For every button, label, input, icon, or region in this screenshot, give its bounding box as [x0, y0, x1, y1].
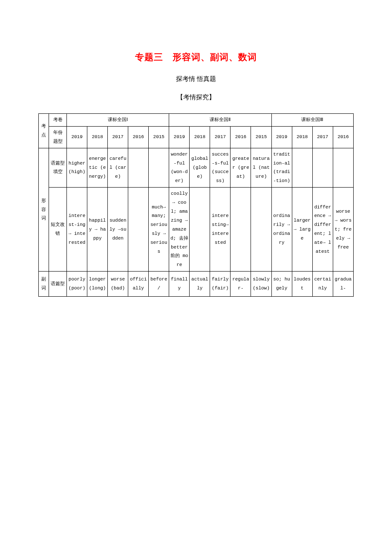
data-cell: happily → happy: [87, 188, 108, 272]
header-row-2: 年份题型 2019 2018 2017 2016 2015 2019 2018 …: [39, 126, 354, 148]
data-cell: officially: [128, 272, 149, 297]
data-cell: so; hugely: [271, 272, 292, 297]
page-title: 专题三 形容词、副词、数词: [38, 51, 354, 63]
data-cell: suddenly →sudden: [108, 188, 128, 272]
data-cell: fairly (fair): [210, 272, 231, 297]
data-cell: coolly → cool; amazing → amazed; 去掉 bett…: [169, 188, 190, 272]
data-cell: gradual-: [333, 272, 353, 297]
year-cell: 2016: [128, 126, 149, 148]
data-cell: [190, 188, 210, 272]
year-cell: 2019: [169, 126, 190, 148]
data-cell: [128, 148, 149, 188]
year-cell: 2016: [333, 126, 353, 148]
year-cell: 2016: [231, 126, 251, 148]
group3-header: 课标全国Ⅲ: [271, 114, 353, 127]
data-cell: difference → different; late→ latest: [312, 188, 333, 272]
fill2-label: 语篇型: [49, 272, 67, 297]
data-cell: much→ many; seriously → serious: [149, 188, 169, 272]
data-cell: regular-: [231, 272, 251, 297]
year-cell: 2018: [87, 126, 108, 148]
kaodian-header: 考点: [39, 114, 49, 148]
data-cell: poorly (poor): [67, 272, 87, 297]
data-cell: [333, 148, 353, 188]
data-cell: finally: [169, 272, 190, 297]
data-cell: ordinarily → ordinary: [271, 188, 292, 272]
data-cell: [149, 148, 169, 188]
adj-label: 形容词: [39, 148, 49, 272]
data-cell: [231, 188, 251, 272]
data-cell: interesting→ interested: [210, 188, 231, 272]
data-cell: global (globe): [190, 148, 210, 188]
section-label: 【考情探究】: [38, 93, 354, 101]
adv-label: 副词: [39, 272, 49, 297]
data-cell: energetic (energy): [87, 148, 108, 188]
adj-fill-row: 形容词 语篇型填空 higher (high) energetic (energ…: [39, 148, 354, 188]
data-cell: actually: [190, 272, 210, 297]
data-cell: interest-ing → interested: [67, 188, 87, 272]
data-cell: loudest: [292, 272, 312, 297]
data-cell: larger → large: [292, 188, 312, 272]
fill-label: 语篇型填空: [49, 148, 67, 188]
group2-header: 课标全国Ⅱ: [169, 114, 271, 127]
year-cell: 2015: [251, 126, 271, 148]
year-cell: 2015: [149, 126, 169, 148]
exam-table: 考点 考卷 课标全国Ⅰ 课标全国Ⅱ 课标全国Ⅲ 年份题型 2019 2018 2…: [38, 113, 354, 297]
data-cell: [128, 188, 149, 272]
data-cell: worse → worst; freely → free: [333, 188, 353, 272]
adv-fill-row: 副词 语篇型 poorly (poor) longer (long) worse…: [39, 272, 354, 297]
data-cell: higher (high): [67, 148, 87, 188]
subtitle: 探考情 悟真题: [38, 75, 354, 83]
year-cell: 2017: [210, 126, 231, 148]
data-cell: before /: [149, 272, 169, 297]
year-cell: 2017: [312, 126, 333, 148]
data-cell: [251, 188, 271, 272]
header-row-1: 考点 考卷 课标全国Ⅰ 课标全国Ⅱ 课标全国Ⅲ: [39, 114, 354, 127]
data-cell: succes-s-ful (success): [210, 148, 231, 188]
data-cell: [312, 148, 333, 188]
year-cell: 2017: [108, 126, 128, 148]
data-cell: longer (long): [87, 272, 108, 297]
data-cell: greater (great): [231, 148, 251, 188]
year-cell: 2019: [271, 126, 292, 148]
data-cell: certainly: [312, 272, 333, 297]
data-cell: slowly (slow): [251, 272, 271, 297]
year-cell: 2019: [67, 126, 87, 148]
data-cell: worse (bad): [108, 272, 128, 297]
year-cell: 2018: [190, 126, 210, 148]
data-cell: wonder-ful (won-der): [169, 148, 190, 188]
adj-err-row: 短文改错 interest-ing → interested happily →…: [39, 188, 354, 272]
group1-header: 课标全国Ⅰ: [67, 114, 169, 127]
data-cell: natural (nature): [251, 148, 271, 188]
year-type-header: 年份题型: [49, 126, 67, 148]
data-cell: [292, 148, 312, 188]
data-cell: tradition-al (tradi-tion): [271, 148, 292, 188]
err-label: 短文改错: [49, 188, 67, 272]
juanzhen-header: 考卷: [49, 114, 67, 127]
data-cell: careful (care): [108, 148, 128, 188]
year-cell: 2018: [292, 126, 312, 148]
